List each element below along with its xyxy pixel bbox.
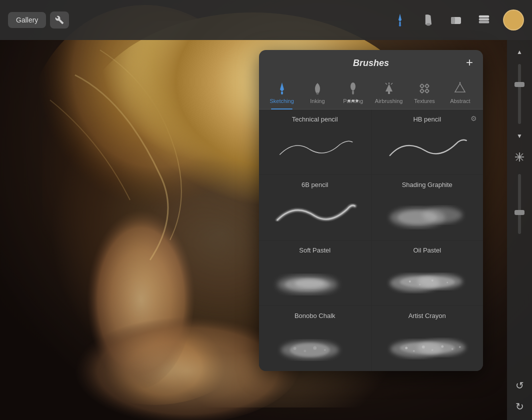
airbrushing-icon: [382, 82, 396, 96]
toolbar-right: [391, 10, 524, 30]
svg-marker-27: [455, 84, 465, 92]
brush-preview-technical-pencil: [267, 127, 363, 166]
brushes-panel: Brushes + Sketching Inking: [259, 50, 483, 371]
textures-icon: [418, 82, 432, 96]
svg-point-39: [419, 284, 420, 285]
svg-point-21: [350, 82, 356, 90]
brushes-title: Brushes: [353, 58, 389, 68]
transform-icon[interactable]: [512, 150, 526, 164]
abstract-label: Abstract: [450, 98, 470, 104]
brush-categories: Sketching Inking Painting: [259, 74, 483, 110]
svg-rect-11: [479, 21, 490, 24]
sketching-label: Sketching: [270, 98, 294, 104]
svg-point-57: [458, 346, 460, 348]
brush-cell-shading-graphite[interactable]: Shading Graphite: [372, 175, 484, 240]
brush-grid: Technical pencil HB pencil ⚙ 6B pencil: [259, 110, 483, 371]
category-inking[interactable]: Inking: [300, 78, 335, 109]
brush-preview-hb-pencil: [380, 127, 476, 166]
svg-rect-23: [388, 92, 390, 94]
svg-rect-19: [281, 92, 283, 94]
brush-name-shading-graphite: Shading Graphite: [380, 181, 476, 188]
color-swatch[interactable]: [503, 10, 524, 30]
gear-icon[interactable]: ⚙: [470, 114, 477, 122]
category-sketching[interactable]: Sketching: [264, 78, 300, 109]
svg-point-40: [431, 280, 433, 282]
opacity-slider[interactable]: [518, 174, 521, 234]
category-airbrushing[interactable]: Airbrushing: [371, 78, 407, 109]
svg-point-41: [446, 282, 448, 283]
brush-preview-shading-graphite: [380, 192, 476, 232]
brush-name-oil-pastel: Oil Pastel: [380, 246, 476, 254]
brush-cell-oil-pastel[interactable]: Oil Pastel: [372, 240, 484, 306]
svg-rect-10: [451, 17, 455, 24]
svg-point-56: [451, 348, 453, 350]
inking-label: Inking: [310, 98, 324, 104]
size-slider-handle: [514, 82, 524, 87]
brush-preview-bonobo-chalk: [267, 324, 363, 363]
svg-point-53: [422, 346, 424, 348]
svg-point-45: [304, 350, 306, 352]
svg-line-25: [386, 83, 387, 84]
svg-marker-5: [398, 14, 402, 22]
category-abstract[interactable]: Abstract: [442, 78, 478, 109]
brush-preview-6b-pencil: [267, 192, 363, 232]
svg-point-46: [313, 346, 316, 350]
brush-cell-technical-pencil[interactable]: Technical pencil: [259, 110, 371, 174]
brush-name-bonobo-chalk: Bonobo Chalk: [267, 312, 363, 320]
svg-point-55: [441, 345, 444, 348]
svg-rect-12: [479, 18, 490, 20]
brush-preview-soft-pastel: [267, 258, 363, 298]
brush-tool-icon[interactable]: [391, 11, 409, 29]
brush-preview-oil-pastel: [380, 258, 476, 298]
top-toolbar: Gallery: [0, 0, 532, 40]
brush-cell-6b-pencil[interactable]: 6B pencil: [259, 175, 371, 240]
svg-point-54: [431, 349, 433, 351]
svg-point-37: [400, 276, 454, 288]
svg-point-7: [399, 24, 402, 26]
redo-button[interactable]: ↻: [512, 399, 527, 414]
smudge-tool-icon[interactable]: [419, 11, 437, 29]
layers-tool-icon[interactable]: [475, 11, 493, 29]
brush-cell-soft-pastel[interactable]: Soft Pastel: [259, 240, 371, 306]
brush-name-artist-crayon: Artist Crayon: [380, 312, 476, 320]
svg-point-38: [408, 280, 410, 282]
svg-rect-22: [352, 90, 354, 94]
painting-icon: [346, 82, 360, 96]
svg-point-47: [324, 349, 326, 351]
svg-point-51: [405, 346, 408, 349]
arrow-up-icon[interactable]: ▲: [512, 46, 527, 58]
category-painting[interactable]: Painting: [336, 78, 371, 109]
svg-point-4: [25, 5, 265, 275]
brush-cell-artist-crayon[interactable]: Artist Crayon: [372, 306, 484, 371]
wrench-button[interactable]: [50, 12, 69, 28]
brush-name-hb-pencil: HB pencil: [380, 116, 476, 123]
opacity-slider-handle: [514, 210, 524, 215]
arrow-down-icon[interactable]: ▼: [512, 130, 527, 142]
dot-2: [352, 100, 354, 102]
size-slider[interactable]: [518, 64, 521, 124]
svg-marker-18: [280, 82, 284, 92]
erase-tool-icon[interactable]: [447, 11, 465, 29]
svg-point-31: [422, 207, 462, 223]
dot-1: [348, 100, 350, 102]
svg-point-34: [295, 279, 325, 288]
category-textures[interactable]: Textures: [406, 78, 442, 109]
brush-preview-artist-crayon: [380, 324, 476, 363]
dot-3: [356, 100, 358, 102]
toolbar-left: Gallery: [8, 12, 69, 28]
airbrushing-label: Airbrushing: [375, 98, 403, 104]
brush-name-soft-pastel: Soft Pastel: [267, 246, 363, 254]
brushes-header: Brushes +: [259, 50, 483, 74]
svg-rect-13: [479, 16, 490, 18]
undo-button[interactable]: ↺: [512, 378, 527, 393]
brush-cell-bonobo-chalk[interactable]: Bonobo Chalk: [259, 306, 371, 371]
inking-icon: [310, 82, 324, 96]
svg-point-50: [400, 342, 454, 354]
brush-name-6b-pencil: 6B pencil: [267, 181, 363, 188]
brush-name-technical-pencil: Technical pencil: [267, 116, 363, 123]
brushes-add-button[interactable]: +: [466, 56, 473, 68]
svg-point-8: [426, 23, 431, 26]
brush-cell-hb-pencil[interactable]: HB pencil ⚙: [372, 110, 484, 174]
textures-label: Textures: [414, 98, 435, 104]
gallery-button[interactable]: Gallery: [8, 12, 46, 28]
